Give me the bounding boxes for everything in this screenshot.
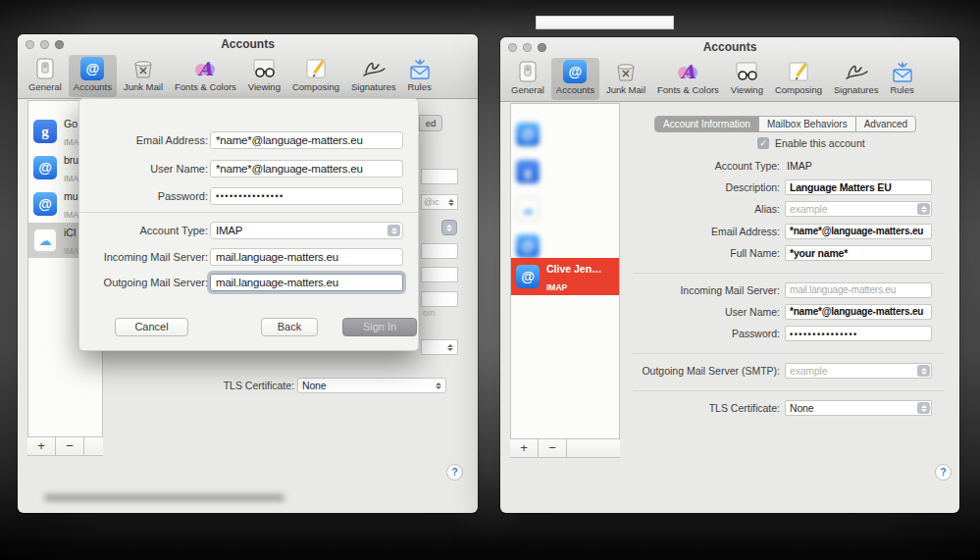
toolbar-item-composing[interactable]: Composing bbox=[770, 58, 827, 100]
account-type-label: Account Type: bbox=[83, 222, 208, 239]
outgoing-server-input[interactable]: mail.language-matters.eu bbox=[210, 274, 403, 291]
tls-certificate-dropdown[interactable]: None bbox=[297, 378, 446, 393]
composing-icon bbox=[787, 60, 810, 83]
email-address-label: Email Address: bbox=[83, 131, 208, 149]
zoom-button[interactable] bbox=[538, 43, 546, 52]
junk-mail-icon bbox=[614, 60, 638, 83]
accounts-at-icon: @ bbox=[563, 60, 587, 83]
redacted-menubar-area bbox=[536, 16, 674, 29]
password-input[interactable]: ••••••••••••••• bbox=[210, 187, 403, 205]
incoming-server-input[interactable]: mail.language-matters.eu bbox=[785, 282, 932, 298]
tab-advanced[interactable]: Advanced bbox=[855, 117, 915, 131]
rules-icon bbox=[408, 57, 432, 80]
sign-in-button[interactable]: Sign In bbox=[342, 318, 417, 336]
toolbar-item-junk-mail[interactable]: Junk Mail bbox=[119, 55, 168, 97]
enable-account-label: Enable this account bbox=[775, 137, 865, 149]
full-name-label: Full Name: bbox=[559, 245, 780, 261]
toolbar-item-viewing[interactable]: Viewing bbox=[243, 55, 285, 97]
right-toolbar: General @ Accounts Junk Mail A Fonts & C… bbox=[504, 57, 957, 101]
tls-certificate-label: TLS Certificate: bbox=[175, 378, 294, 393]
partial-alias-field: @ic bbox=[421, 194, 458, 210]
account-type-dropdown[interactable]: IMAP bbox=[210, 222, 403, 239]
cancel-button[interactable]: Cancel bbox=[115, 318, 188, 336]
user-name-input[interactable]: *name*@language-matters.eu bbox=[785, 304, 932, 320]
zoom-button[interactable] bbox=[55, 40, 64, 49]
icloud-icon: ☁ bbox=[516, 197, 540, 221]
minimize-button[interactable] bbox=[523, 43, 532, 52]
svg-text:A: A bbox=[197, 58, 214, 79]
full-name-input[interactable]: *your name* bbox=[785, 245, 932, 261]
group-separator bbox=[633, 353, 945, 354]
incoming-server-input[interactable]: mail.language-matters.eu bbox=[210, 248, 403, 266]
incoming-server-label: Incoming Mail Server: bbox=[83, 248, 208, 266]
left-traffic-lights bbox=[26, 40, 64, 49]
user-name-input[interactable]: *name*@language-matters.eu bbox=[210, 160, 403, 178]
toolbar-item-viewing[interactable]: Viewing bbox=[726, 58, 768, 100]
incoming-server-label: Incoming Mail Server: bbox=[559, 282, 780, 298]
tab-account-information[interactable]: Account Information bbox=[655, 117, 758, 131]
left-titlebar[interactable]: Accounts bbox=[18, 34, 478, 54]
at-icon: @ bbox=[33, 156, 57, 179]
toolbar-item-rules[interactable]: Rules bbox=[402, 55, 436, 97]
right-window-chrome: Accounts General @ Accounts Junk Mail A … bbox=[500, 37, 959, 102]
toolbar-item-accounts[interactable]: @ Accounts bbox=[69, 55, 117, 97]
toolbar-item-signatures[interactable]: Signatures bbox=[346, 55, 400, 97]
close-button[interactable] bbox=[508, 43, 517, 52]
help-button[interactable]: ? bbox=[935, 464, 952, 481]
toolbar-item-signatures[interactable]: Signatures bbox=[829, 58, 883, 100]
remove-account-button[interactable]: − bbox=[539, 439, 567, 458]
right-titlebar[interactable]: Accounts bbox=[500, 37, 959, 57]
left-mail-preferences-window: Accounts General @ Accounts Junk Mail A … bbox=[18, 34, 478, 513]
account-type-label: Account Type: bbox=[559, 158, 780, 174]
advanced-tab-partial[interactable]: ed bbox=[419, 115, 442, 131]
add-account-button[interactable]: + bbox=[510, 439, 539, 458]
enable-account-checkbox[interactable]: ✓ bbox=[757, 137, 769, 149]
accounts-at-icon: @ bbox=[80, 57, 104, 80]
partial-field bbox=[421, 267, 458, 282]
stepper-icon bbox=[917, 203, 930, 215]
password-label: Password: bbox=[559, 326, 780, 341]
close-button[interactable] bbox=[26, 40, 34, 49]
password-label: Password: bbox=[83, 187, 208, 205]
help-button[interactable]: ? bbox=[446, 464, 463, 481]
stepper-icon bbox=[432, 380, 444, 391]
outgoing-server-label: Outgoing Mail Server: bbox=[83, 274, 208, 291]
user-name-label: User Name: bbox=[83, 160, 208, 178]
remove-account-button[interactable]: − bbox=[56, 437, 84, 456]
smtp-server-label: Outgoing Mail Server (SMTP): bbox=[559, 363, 780, 379]
tls-certificate-dropdown[interactable]: None bbox=[785, 400, 932, 416]
toolbar-item-composing[interactable]: Composing bbox=[287, 55, 344, 97]
description-input[interactable]: Language Matters EU bbox=[785, 179, 932, 195]
alias-dropdown[interactable]: example bbox=[785, 201, 932, 217]
general-icon bbox=[517, 60, 539, 83]
viewing-icon bbox=[734, 60, 759, 83]
google-icon: g bbox=[33, 120, 57, 143]
signatures-icon bbox=[844, 60, 869, 83]
account-row-blurred[interactable]: @ bbox=[511, 117, 619, 152]
toolbar-item-rules[interactable]: Rules bbox=[885, 58, 918, 100]
password-input[interactable]: ••••••••••••••• bbox=[785, 326, 932, 341]
toolbar-item-fonts-colors[interactable]: A Fonts & Colors bbox=[170, 55, 241, 97]
back-button[interactable]: Back bbox=[261, 318, 318, 336]
toolbar-item-fonts-colors[interactable]: A Fonts & Colors bbox=[652, 58, 724, 100]
tls-certificate-label: TLS Certificate: bbox=[559, 400, 780, 416]
add-account-button[interactable]: + bbox=[27, 437, 56, 456]
rules-icon bbox=[891, 60, 914, 83]
email-address-label: Email Address: bbox=[559, 224, 780, 239]
minimize-button[interactable] bbox=[40, 40, 49, 49]
partial-field bbox=[421, 291, 458, 307]
toolbar-item-general[interactable]: General bbox=[506, 58, 549, 100]
account-setup-dialog: Email Address: *name*@language-matters.e… bbox=[78, 98, 419, 351]
composing-icon bbox=[304, 57, 328, 80]
toolbar-item-general[interactable]: General bbox=[24, 55, 67, 97]
email-address-input[interactable]: *name*@language-matters.eu bbox=[210, 131, 403, 149]
alias-label: Alias: bbox=[559, 201, 780, 217]
right-mail-preferences-window: Accounts General @ Accounts Junk Mail A … bbox=[500, 37, 959, 513]
tab-mailbox-behaviors[interactable]: Mailbox Behaviors bbox=[758, 117, 855, 131]
toolbar-item-accounts[interactable]: @ Accounts bbox=[551, 58, 599, 100]
window-title: Accounts bbox=[18, 34, 478, 54]
email-address-input[interactable]: *name*@language-matters.eu bbox=[785, 224, 932, 239]
smtp-server-dropdown[interactable]: example bbox=[785, 363, 932, 379]
toolbar-item-junk-mail[interactable]: Junk Mail bbox=[601, 58, 650, 100]
account-tabs: Account Information Mailbox Behaviors Ad… bbox=[654, 116, 916, 132]
